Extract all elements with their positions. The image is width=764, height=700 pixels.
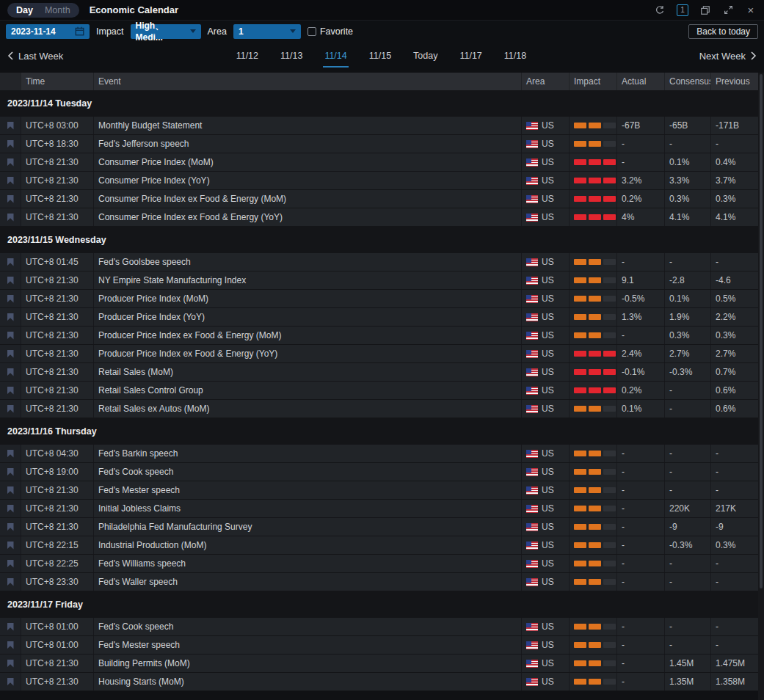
table-row[interactable]: UTC+8 21:30NY Empire State Manufacturing…: [0, 271, 758, 290]
bookmark-cell[interactable]: [0, 363, 21, 381]
bookmark-icon[interactable]: [7, 277, 14, 285]
back-to-today-button[interactable]: Back to today: [688, 24, 758, 39]
bookmark-icon[interactable]: [7, 641, 14, 649]
table-row[interactable]: UTC+8 21:30Consumer Price Index (YoY)US3…: [0, 172, 758, 190]
table-row[interactable]: UTC+8 23:30Fed's Waller speechUS---: [0, 573, 758, 591]
bookmark-icon[interactable]: [7, 505, 14, 513]
window-count-badge[interactable]: 1: [677, 4, 688, 16]
table-row[interactable]: UTC+8 04:30Fed's Barkin speechUS---: [0, 445, 758, 463]
bookmark-icon[interactable]: [7, 368, 14, 376]
last-week-button[interactable]: Last Week: [7, 51, 63, 62]
bookmark-cell[interactable]: [0, 153, 21, 171]
bookmark-cell[interactable]: [0, 400, 21, 418]
bookmark-cell[interactable]: [0, 290, 21, 307]
bookmark-icon[interactable]: [7, 258, 14, 266]
table-row[interactable]: UTC+8 01:45Fed's Goolsbee speechUS---: [0, 253, 758, 271]
month-toggle-button[interactable]: Month: [39, 3, 76, 18]
bookmark-icon[interactable]: [7, 523, 14, 531]
week-day-tab[interactable]: Today: [402, 42, 448, 70]
close-icon[interactable]: ×: [745, 4, 757, 16]
bookmark-cell[interactable]: [0, 382, 21, 399]
bookmark-cell[interactable]: [0, 655, 21, 672]
table-row[interactable]: UTC+8 21:30Consumer Price Index ex Food …: [0, 190, 758, 208]
table-row[interactable]: UTC+8 21:30Building Permits (MoM)US-1.45…: [0, 655, 758, 673]
bookmark-icon[interactable]: [7, 195, 14, 203]
table-row[interactable]: UTC+8 01:00Fed's Cook speechUS---: [0, 618, 758, 636]
table-row[interactable]: UTC+8 21:30Retail Sales Control GroupUS0…: [0, 382, 758, 400]
day-toggle-button[interactable]: Day: [10, 3, 39, 18]
bookmark-cell[interactable]: [0, 573, 21, 591]
bookmark-icon[interactable]: [7, 660, 14, 668]
week-day-tab[interactable]: 11/12: [225, 42, 269, 70]
bookmark-icon[interactable]: [7, 405, 14, 413]
vertical-scrollbar[interactable]: [758, 73, 764, 700]
bookmark-cell[interactable]: [0, 345, 21, 362]
bookmark-cell[interactable]: [0, 135, 21, 153]
table-row[interactable]: UTC+8 21:30Producer Price Index ex Food …: [0, 345, 758, 363]
bookmark-icon[interactable]: [7, 578, 14, 586]
bookmark-icon[interactable]: [7, 295, 14, 303]
table-row[interactable]: UTC+8 21:30Producer Price Index (MoM)US-…: [0, 290, 758, 308]
favorite-checkbox[interactable]: [308, 27, 316, 36]
table-row[interactable]: UTC+8 18:30Fed's Jefferson speechUS---: [0, 135, 758, 153]
table-row[interactable]: UTC+8 21:30Philadelphia Fed Manufacturin…: [0, 518, 758, 536]
bookmark-cell[interactable]: [0, 445, 21, 462]
week-day-tab[interactable]: 11/17: [448, 42, 492, 70]
bookmark-icon[interactable]: [7, 350, 14, 358]
bookmark-icon[interactable]: [7, 313, 14, 321]
table-row[interactable]: UTC+8 21:30Initial Jobless ClaimsUS-220K…: [0, 500, 758, 518]
bookmark-cell[interactable]: [0, 518, 21, 536]
bookmark-cell[interactable]: [0, 190, 21, 208]
table-row[interactable]: UTC+8 01:00Fed's Mester speechUS---: [0, 636, 758, 655]
table-row[interactable]: UTC+8 21:30Producer Price Index ex Food …: [0, 327, 758, 345]
bookmark-cell[interactable]: [0, 618, 21, 635]
bookmark-icon[interactable]: [7, 560, 14, 568]
table-row[interactable]: UTC+8 21:30Consumer Price Index ex Food …: [0, 208, 758, 227]
bookmark-cell[interactable]: [0, 636, 21, 654]
table-row[interactable]: UTC+8 21:30Fed's Mester speechUS---: [0, 481, 758, 500]
week-day-tab[interactable]: 11/18: [493, 42, 537, 70]
table-row[interactable]: UTC+8 21:30Producer Price Index (YoY)US1…: [0, 308, 758, 327]
bookmark-cell[interactable]: [0, 536, 21, 554]
bookmark-cell[interactable]: [0, 555, 21, 572]
bookmark-icon[interactable]: [7, 122, 14, 130]
bookmark-icon[interactable]: [7, 486, 14, 495]
bookmark-cell[interactable]: [0, 271, 21, 289]
table-row[interactable]: UTC+8 22:25Fed's Williams speechUS---: [0, 555, 758, 573]
restore-window-icon[interactable]: [699, 4, 711, 16]
next-week-button[interactable]: Next Week: [699, 51, 757, 62]
bookmark-icon[interactable]: [7, 214, 14, 222]
bookmark-icon[interactable]: [7, 158, 14, 167]
table-row[interactable]: UTC+8 21:30Housing Starts (MoM)US-1.35M1…: [0, 673, 758, 691]
area-filter-select[interactable]: 1: [233, 24, 301, 39]
week-day-tab[interactable]: 11/14: [313, 42, 357, 70]
bookmark-cell[interactable]: [0, 463, 21, 481]
bookmark-icon[interactable]: [7, 177, 14, 185]
table-row[interactable]: UTC+8 22:15Industrial Production (MoM)US…: [0, 536, 758, 555]
bookmark-icon[interactable]: [7, 623, 14, 631]
bookmark-icon[interactable]: [7, 332, 14, 340]
bookmark-cell[interactable]: [0, 208, 21, 226]
bookmark-cell[interactable]: [0, 253, 21, 271]
bookmark-icon[interactable]: [7, 468, 14, 476]
bookmark-cell[interactable]: [0, 117, 21, 134]
bookmark-icon[interactable]: [7, 542, 14, 550]
table-row[interactable]: UTC+8 21:30Retail Sales (MoM)US-0.1%-0.3…: [0, 363, 758, 382]
bookmark-cell[interactable]: [0, 327, 21, 344]
bookmark-cell[interactable]: [0, 308, 21, 326]
bookmark-cell[interactable]: [0, 673, 21, 690]
scrollbar-thumb[interactable]: [760, 74, 763, 588]
bookmark-icon[interactable]: [7, 678, 14, 686]
table-row[interactable]: UTC+8 21:30Retail Sales ex Autos (MoM)US…: [0, 400, 758, 418]
date-picker[interactable]: 2023-11-14: [6, 24, 90, 39]
week-day-tab[interactable]: 11/13: [269, 42, 313, 70]
bookmark-icon[interactable]: [7, 387, 14, 395]
bookmark-cell[interactable]: [0, 172, 21, 189]
week-day-tab[interactable]: 11/15: [358, 42, 402, 70]
table-row[interactable]: UTC+8 19:00Fed's Cook speechUS---: [0, 463, 758, 481]
bookmark-icon[interactable]: [7, 450, 14, 458]
bookmark-cell[interactable]: [0, 481, 21, 499]
refresh-icon[interactable]: [654, 4, 666, 16]
table-row[interactable]: UTC+8 03:00Monthly Budget StatementUS-67…: [0, 117, 758, 135]
favorite-checkbox-wrap[interactable]: Favorite: [308, 26, 353, 37]
